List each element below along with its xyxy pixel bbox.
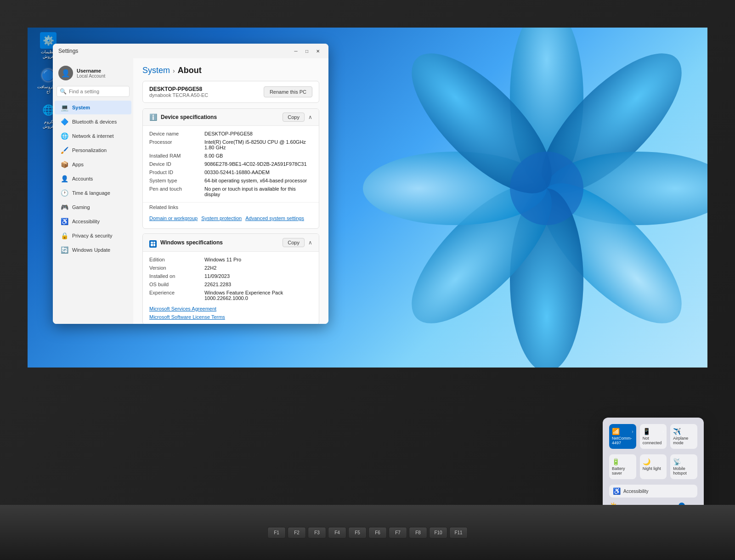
related-links-label: Related links [149,204,312,210]
username-label: Username [77,68,105,74]
device-specs-header-left: ℹ️ Device specifications [149,113,217,121]
sidebar-item-update[interactable]: 🔄 Windows Update [55,243,131,257]
related-link-protection[interactable]: System protection [201,215,242,221]
device-specs-section: ℹ️ Device specifications Copy ∧ Device n… [142,108,319,229]
device-specs-icon: ℹ️ [149,113,157,121]
qs-wifi-button[interactable]: 📶 › NetComm-4497 [609,424,636,449]
device-info: DESKTOP-PP6GE58 dynabook TECRA A50-EC [149,86,208,98]
sidebar-item-personalization[interactable]: 🖌️ Personalization [55,143,131,157]
sidebar-label-time: Time & language [72,190,110,196]
device-name-bar: DESKTOP-PP6GE58 dynabook TECRA A50-EC Re… [142,81,319,103]
keyboard-row: F1 F2 F3 F4 F5 F6 F7 F8 F9 F10 F11 [267,527,468,538]
breadcrumb-parent[interactable]: System [142,66,170,75]
night-light-label: Night light [643,466,661,471]
breadcrumb: System › About [142,66,319,75]
gaming-icon: 🎮 [60,203,68,211]
qs-night-light-button[interactable]: 🌙 Night light [640,454,667,479]
maximize-button[interactable]: □ [302,46,312,56]
sidebar-item-bluetooth[interactable]: 🔷 Bluetooth & devices [55,115,131,129]
related-links-list: Domain or workgroup System protection Ad… [149,212,312,225]
wifi-icon: 📶 [612,428,620,435]
device-specs-header: ℹ️ Device specifications Copy ∧ [143,109,319,126]
key-f2[interactable]: F2 [288,527,306,538]
breadcrumb-current: About [178,66,202,75]
key-f4[interactable]: F4 [328,527,346,538]
related-link-advanced[interactable]: Advanced system settings [245,215,304,221]
qs-grid-top: 📶 › NetComm-4497 📱 › Not connected ✈️ Ai… [609,424,697,449]
spec-row-processor: Processor Intel(R) Core(TM) i5-8250U CPU… [149,138,312,152]
settings-main-content: System › About DESKTOP-PP6GE58 dynabook … [133,58,328,324]
device-hostname: DESKTOP-PP6GE58 [149,86,208,92]
key-f10[interactable]: F10 [429,527,447,538]
spec-row-device-id: Device ID 9086E278-9BE1-4C02-9D2B-2A591F… [149,160,312,168]
user-info: Username Local Account [77,68,105,79]
qs-accessibility-button[interactable]: ♿ Accessibility [609,485,697,498]
settings-search-box: 🔍 [57,86,130,97]
minimize-button[interactable]: ─ [291,46,301,56]
sidebar-label-update: Windows Update [72,247,110,253]
sidebar-label-bluetooth: Bluetooth & devices [72,119,117,124]
device-specs-chevron-icon[interactable]: ∧ [308,114,312,120]
key-f5[interactable]: F5 [348,527,367,538]
windows-specs-chevron-icon[interactable]: ∧ [308,239,312,246]
accounts-icon: 👤 [60,175,68,183]
hotspot-label: Mobile hotspot [673,466,695,475]
sidebar-item-privacy[interactable]: 🔒 Privacy & security [55,229,131,243]
related-link-domain[interactable]: Domain or workgroup [149,215,198,221]
sidebar-item-accounts[interactable]: 👤 Accounts [55,172,131,186]
settings-window: Settings ─ □ ✕ 👤 Username Local Account … [53,44,328,324]
key-f3[interactable]: F3 [308,527,326,538]
accessibility-icon: ♿ [60,217,68,226]
keyboard-area: F1 F2 F3 F4 F5 F6 F7 F8 F9 F10 F11 [0,505,735,560]
sidebar-label-accounts: Accounts [72,176,93,181]
qs-mobile-button[interactable]: 📱 › Not connected [640,424,667,449]
update-icon: 🔄 [60,246,68,254]
system-icon: 💻 [60,103,68,112]
accessibility-qs-icon: ♿ [613,487,621,495]
sidebar-label-personalization: Personalization [72,147,107,153]
sidebar-item-accessibility[interactable]: ♿ Accessibility [55,215,131,228]
key-f6[interactable]: F6 [368,527,387,538]
key-f11[interactable]: F11 [449,527,468,538]
sidebar-item-time[interactable]: 🕐 Time & language [55,186,131,200]
search-icon: 🔍 [60,88,67,95]
qs-hotspot-button[interactable]: 📡 Mobile hotspot [670,454,697,479]
wallpaper-flower-svg [363,28,707,368]
night-light-icon: 🌙 [643,458,650,465]
close-button[interactable]: ✕ [313,46,323,56]
settings-body: 👤 Username Local Account 🔍 💻 System 🔷 Bl… [53,58,328,324]
sidebar-item-system[interactable]: 💻 System [55,101,131,114]
qs-battery-saver-button[interactable]: 🔋 Battery saver [609,454,636,479]
sidebar-item-apps[interactable]: 📦 Apps [55,158,131,171]
sidebar-item-network[interactable]: 🌐 Network & internet [55,129,131,143]
user-profile[interactable]: 👤 Username Local Account [53,62,133,84]
spec-row-version: Version 22H2 [149,264,312,272]
user-avatar: 👤 [58,66,73,80]
window-title: Settings [58,48,78,54]
spec-row-device-name: Device name DESKTOP-PP6GE58 [149,130,312,138]
key-f7[interactable]: F7 [389,527,407,538]
wifi-label: NetComm-4497 [612,436,633,445]
windows-specs-copy-button[interactable]: Copy [283,238,305,247]
breadcrumb-separator: › [173,67,175,74]
ms-license-link[interactable]: Microsoft Software License Terms [149,314,225,320]
time-icon: 🕐 [60,189,68,197]
windows-specs-header-right: Copy ∧ [283,238,312,247]
key-f8[interactable]: F8 [409,527,427,538]
apps-icon: 📦 [60,160,68,169]
rename-pc-button[interactable]: Rename this PC [264,86,312,97]
device-specs-copy-button[interactable]: Copy [283,113,305,122]
spec-row-system-type: System type 64-bit operating system, x64… [149,176,312,185]
sidebar-label-system: System [72,105,90,110]
sidebar-item-gaming[interactable]: 🎮 Gaming [55,200,131,214]
key-f1[interactable]: F1 [267,527,286,538]
windows-specs-title: Windows specifications [160,239,223,246]
settings-search-input[interactable] [57,86,130,97]
spec-row-experience: Experience Windows Feature Experience Pa… [149,288,312,302]
qs-airplane-button[interactable]: ✈️ Airplane mode [670,424,697,449]
network-icon: 🌐 [60,132,68,140]
ms-services-link[interactable]: Microsoft Services Agreement [149,306,216,311]
windows-specs-header: Windows specifications Copy ∧ [143,234,319,252]
qs-grid-bottom: 🔋 Battery saver 🌙 Night light 📡 Mobile h… [609,454,697,479]
battery-saver-icon: 🔋 [612,458,620,465]
